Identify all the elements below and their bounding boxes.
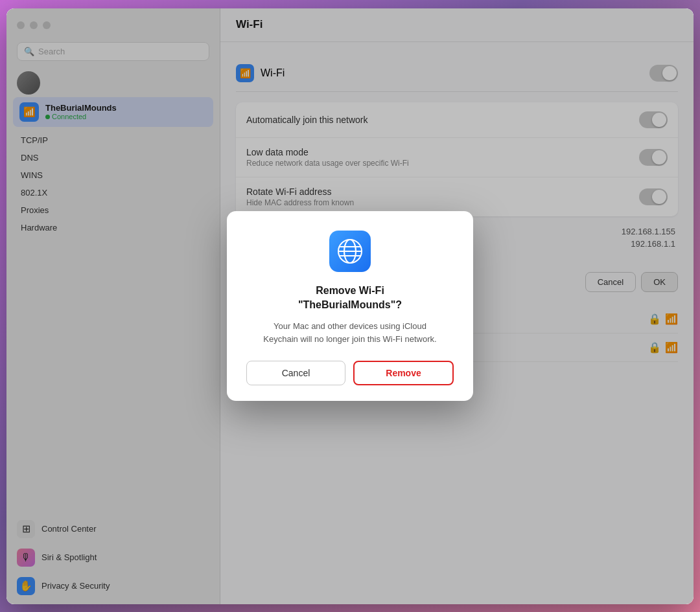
modal-body: Your Mac and other devices using iCloud … bbox=[259, 320, 441, 345]
settings-window: 🔍 Search 📶 TheBurialMounds Connected TCP… bbox=[6, 8, 694, 604]
globe-icon bbox=[337, 238, 363, 264]
modal-title: Remove Wi-Fi "TheBurialMounds"? bbox=[298, 284, 402, 313]
main-panel: Wi-Fi 📶 Wi-Fi Automatically join this ne… bbox=[220, 8, 694, 604]
remove-wifi-modal: Remove Wi-Fi "TheBurialMounds"? Your Mac… bbox=[227, 211, 473, 402]
modal-overlay: Remove Wi-Fi "TheBurialMounds"? Your Mac… bbox=[6, 8, 694, 604]
modal-icon bbox=[329, 231, 371, 272]
modal-cancel-button[interactable]: Cancel bbox=[246, 361, 345, 385]
modal-remove-button[interactable]: Remove bbox=[353, 361, 454, 385]
modal-buttons: Cancel Remove bbox=[246, 361, 454, 385]
